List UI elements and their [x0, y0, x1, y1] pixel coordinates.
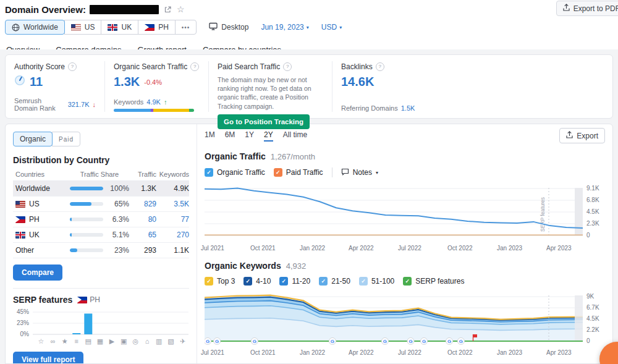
legend-top-3[interactable]: ✓Top 3 — [205, 277, 235, 286]
range-1m[interactable]: 1M — [205, 130, 215, 142]
paid-traffic-message: The domain may be new or not ranking rig… — [218, 75, 326, 111]
compare-button[interactable]: Compare — [13, 265, 62, 281]
info-icon[interactable]: ? — [68, 62, 77, 71]
country-name: Other — [15, 246, 34, 255]
featured-snippet-icon: ★ — [62, 337, 68, 345]
checkbox-21-50[interactable]: ✓ — [319, 277, 328, 286]
organic-traffic-chart[interactable]: SERP features9.1K6.8K4.5K2.3K0Jul 2021Oc… — [205, 184, 612, 253]
info-icon[interactable]: ? — [283, 62, 292, 71]
trend-down-icon: ↓ — [93, 101, 96, 108]
checkbox-organic-traffic[interactable]: ✓ — [205, 168, 213, 177]
legend-21-50[interactable]: ✓21-50 — [319, 277, 350, 286]
organic-keywords-subtitle: 4,932 — [286, 261, 307, 271]
google-update-icon[interactable]: G — [329, 338, 336, 345]
checkbox-paid-traffic[interactable]: ✓ — [274, 168, 282, 177]
google-update-icon[interactable]: G — [407, 338, 414, 345]
country-row-other[interactable]: Other23%2931.1K — [13, 243, 189, 258]
keywords-count-value[interactable]: 4.9K — [146, 98, 161, 106]
bar-images[interactable] — [84, 313, 92, 334]
keywords-plot[interactable]: GGGGGGGGG — [205, 292, 583, 345]
toggle-organic[interactable]: Organic — [13, 132, 53, 146]
domain-name-redacted — [90, 5, 159, 14]
organic-traffic-line[interactable] — [205, 188, 583, 228]
column-header-keywords: Keywords — [156, 171, 189, 178]
segment-more[interactable]: ••• — [175, 20, 197, 35]
legend-serp-features[interactable]: ✓SERP features — [403, 277, 464, 286]
y-axis-label: 9K — [586, 293, 594, 300]
organic-traffic-value[interactable]: 1.3K — [114, 75, 140, 89]
keywords-value[interactable]: 270 — [156, 231, 189, 239]
column-header-traffic-share: Traffic Share — [70, 171, 129, 178]
ph-flag-icon — [145, 24, 154, 31]
traffic-share-bar — [70, 218, 106, 221]
country-row-ph[interactable]: PH6.3%8077 — [13, 212, 189, 227]
traffic-value[interactable]: 65 — [129, 231, 156, 239]
checkbox-top-3[interactable]: ✓ — [205, 277, 213, 286]
currency-selector[interactable]: USD ▾ — [321, 23, 342, 32]
device-selector[interactable]: Desktop — [209, 22, 248, 32]
range-2y[interactable]: 2Y — [264, 130, 273, 142]
legend-label: 21-50 — [331, 277, 350, 286]
country-row-uk[interactable]: UK5.1%65270 — [13, 227, 189, 243]
right-panel: 1M6M1Y2YAll time Export Organic Traffic … — [197, 124, 612, 363]
country-segments: WorldwideUSUKPH••• — [5, 20, 197, 35]
legend-4-10[interactable]: ✓4-10 — [243, 277, 271, 286]
google-update-icon[interactable]: G — [214, 338, 221, 345]
checkbox-4-10[interactable]: ✓ — [243, 277, 252, 286]
google-update-icon[interactable]: G — [251, 338, 258, 345]
segment-worldwide[interactable]: Worldwide — [5, 20, 65, 35]
country-name: US — [29, 200, 40, 208]
range-6m[interactable]: 6M — [225, 130, 235, 142]
keywords-value[interactable]: 77 — [156, 215, 189, 224]
favorite-star-icon[interactable]: ☆ — [177, 5, 185, 14]
organic-keywords-chart[interactable]: GGGGGGGGG9K6.7K4.5K2.2K0Jul 2021Oct 2021… — [205, 292, 612, 358]
google-update-icon[interactable]: G — [457, 338, 464, 345]
export-to-pdf-button[interactable]: Export to PDF — [556, 1, 618, 16]
upload-icon — [563, 4, 570, 13]
trend-up-icon: ↑ — [164, 98, 167, 106]
serp-features-chart[interactable]: 45%23%0%☆∞★≡▤▦▶▣◎⌂▥▧✈ — [13, 307, 189, 349]
range-all-time[interactable]: All time — [283, 130, 307, 142]
images-icon: ▤ — [85, 337, 91, 345]
segment-label: US — [85, 23, 95, 32]
traffic-value[interactable]: 80 — [129, 215, 156, 224]
gauge-icon — [14, 75, 25, 89]
country-row-us[interactable]: US65%8293.5K — [13, 197, 189, 212]
segment-ph[interactable]: PH — [138, 20, 176, 35]
backlinks-value[interactable]: 14.6K — [341, 75, 374, 89]
svg-text:G: G — [383, 339, 387, 344]
info-icon[interactable]: ? — [190, 62, 199, 71]
country-name-cell: UK — [13, 231, 70, 239]
bar-sitelinks[interactable] — [72, 333, 80, 334]
legend-51-100[interactable]: ✓51-100 — [359, 277, 394, 286]
google-update-icon[interactable]: G — [381, 338, 388, 345]
export-button[interactable]: Export — [559, 128, 605, 143]
legend-paid-traffic[interactable]: ✓Paid Traffic — [274, 168, 323, 177]
google-update-icon[interactable]: G — [205, 338, 211, 345]
checkbox-51-100[interactable]: ✓ — [359, 277, 368, 286]
toggle-paid[interactable]: Paid — [52, 132, 80, 146]
serp-bar-plot[interactable]: 45%23%0%☆∞★≡▤▦▶▣◎⌂▥▧✈ — [13, 307, 190, 347]
info-icon[interactable]: ? — [376, 62, 384, 71]
traffic-plot[interactable]: SERP features — [205, 184, 583, 240]
google-update-icon[interactable]: G — [421, 338, 428, 345]
traffic-value[interactable]: 829 — [129, 200, 156, 208]
checkbox-serp-features[interactable]: ✓ — [403, 277, 412, 286]
domain-rank-value[interactable]: 321.7K — [68, 101, 90, 108]
country-row-worldwide[interactable]: Worldwide100%1.3K4.9K — [13, 181, 189, 197]
view-full-report-button[interactable]: View full report — [13, 352, 83, 364]
external-link-icon[interactable] — [164, 6, 171, 13]
date-selector[interactable]: Jun 19, 2023 ▾ — [261, 23, 308, 32]
google-update-icon[interactable]: G — [446, 338, 453, 345]
checkbox-11-20[interactable]: ✓ — [279, 277, 288, 286]
referring-domains-value[interactable]: 1.5K — [401, 104, 415, 112]
notes-dropdown[interactable]: Notes ▾ — [341, 168, 378, 177]
segment-uk[interactable]: UK — [101, 20, 138, 35]
legend-organic-traffic[interactable]: ✓Organic Traffic — [205, 168, 265, 177]
segment-us[interactable]: US — [64, 20, 102, 35]
keywords-value[interactable]: 3.5K — [156, 200, 189, 208]
country-name-cell: Other — [13, 246, 70, 255]
toggle-label: Paid — [59, 136, 74, 143]
legend-11-20[interactable]: ✓11-20 — [279, 277, 310, 286]
range-1y[interactable]: 1Y — [245, 130, 254, 142]
